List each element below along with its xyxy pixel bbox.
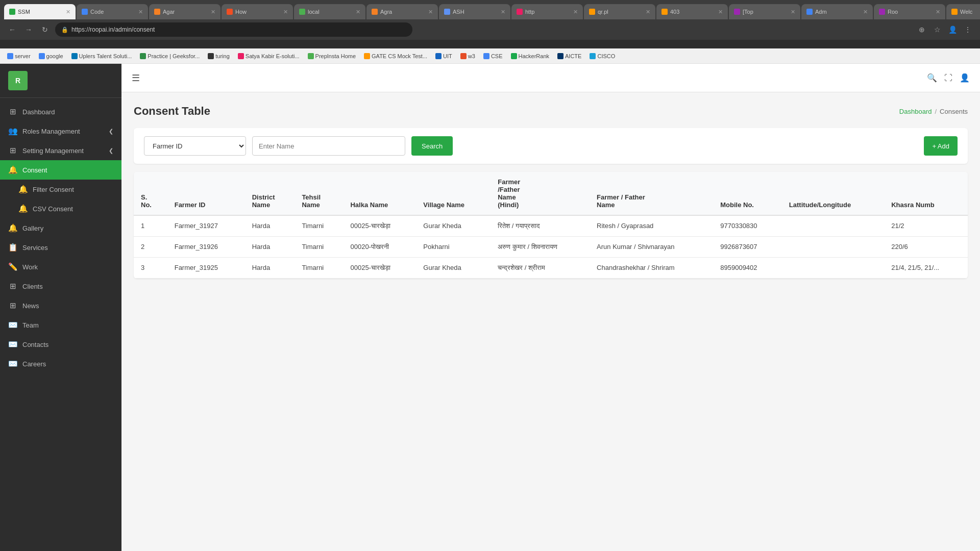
- address-bar[interactable]: 🔒 https://roopai.in/admin/consent: [55, 22, 412, 37]
- bookmark-satya[interactable]: Satya Kabir E-soluti...: [235, 52, 303, 60]
- bookmark-google[interactable]: google: [36, 52, 66, 60]
- bookmark-server[interactable]: server: [4, 52, 34, 60]
- bookmark-gate[interactable]: GATE CS Mock Test...: [361, 52, 430, 60]
- tab-close[interactable]: ✕: [138, 9, 143, 15]
- tab-close[interactable]: ✕: [791, 9, 795, 15]
- table-cell: 21/2: [884, 215, 968, 237]
- table-cell: 3: [134, 258, 167, 279]
- table-cell: 2: [134, 237, 167, 258]
- tab-close[interactable]: ✕: [936, 9, 940, 15]
- sidebar-item-careers[interactable]: ✉️ Careers: [0, 354, 121, 373]
- th-farmer-id: Farmer ID: [167, 172, 245, 215]
- sidebar-item-dashboard[interactable]: ⊞ Dashboard: [0, 102, 121, 121]
- reload-button[interactable]: ↻: [39, 23, 51, 36]
- tab-top[interactable]: [Top ✕: [729, 4, 800, 19]
- bookmark-turing[interactable]: turing: [205, 52, 233, 60]
- tab-adm[interactable]: Adm ✕: [801, 4, 873, 19]
- sidebar-item-clients[interactable]: ⊞ Clients: [0, 277, 121, 296]
- sidebar-item-settings[interactable]: ⊞ Setting Management ❮: [0, 141, 121, 160]
- sidebar-item-label: News: [22, 302, 39, 310]
- table-cell: Ritesh / Gyaprasad: [590, 215, 713, 237]
- tab-favicon: [444, 9, 450, 15]
- tab-close[interactable]: ✕: [573, 9, 578, 15]
- menu-button[interactable]: ⋮: [962, 23, 974, 36]
- table-container: S.No. Farmer ID DistrictName TehsilName …: [134, 172, 968, 279]
- tab-close[interactable]: ✕: [66, 9, 70, 15]
- tab-close[interactable]: ✕: [863, 9, 868, 15]
- sidebar-item-roles[interactable]: 👥 Roles Management ❮: [0, 121, 121, 141]
- tab-403[interactable]: 403 ✕: [656, 4, 728, 19]
- sidebar-item-csv-consent[interactable]: 🔔 CSV Consent: [0, 199, 121, 218]
- breadcrumb-current: Consents: [940, 108, 968, 115]
- bookmark-icon: [511, 53, 517, 59]
- tab-code[interactable]: Code ✕: [77, 4, 148, 19]
- tab-welc[interactable]: Welc ✕: [946, 4, 980, 19]
- breadcrumb-dashboard-link[interactable]: Dashboard: [899, 108, 932, 115]
- sidebar-item-gallery[interactable]: 🔔 Gallery: [0, 218, 121, 238]
- back-button[interactable]: ←: [6, 23, 18, 36]
- tab-agra[interactable]: Agra ✕: [366, 4, 438, 19]
- tab-http[interactable]: http ✕: [511, 4, 583, 19]
- search-icon[interactable]: 🔍: [927, 73, 937, 83]
- tab-favicon: [734, 9, 740, 15]
- tab-how[interactable]: How ✕: [222, 4, 293, 19]
- bookmark-cse[interactable]: CSE: [480, 52, 506, 60]
- table-cell: Chandrashekhar / Shriram: [590, 258, 713, 279]
- tab-close[interactable]: ✕: [356, 9, 360, 15]
- sidebar-item-services[interactable]: 📋 Services: [0, 238, 121, 257]
- browser-chrome: SSM ✕ Code ✕ Agar ✕ How ✕ local ✕ Agra ✕: [0, 0, 980, 48]
- csv-consent-icon: 🔔: [18, 204, 28, 213]
- table-cell: Farmer_31926: [167, 237, 245, 258]
- hamburger-button[interactable]: ☰: [132, 72, 140, 84]
- add-button[interactable]: + Add: [924, 136, 958, 156]
- tab-close[interactable]: ✕: [428, 9, 433, 15]
- tab-roo[interactable]: Roo ✕: [874, 4, 945, 19]
- tab-qr[interactable]: qr.pl ✕: [584, 4, 655, 19]
- table-header-row: S.No. Farmer ID DistrictName TehsilName …: [134, 172, 968, 215]
- tab-close[interactable]: ✕: [211, 9, 215, 15]
- browser-controls: ← → ↻ 🔒 https://roopai.in/admin/consent …: [0, 19, 980, 40]
- bookmark-aicte[interactable]: AICTE: [554, 52, 584, 60]
- tab-agar[interactable]: Agar ✕: [149, 4, 220, 19]
- fullscreen-icon[interactable]: ⛶: [944, 73, 952, 83]
- tab-ash[interactable]: ASH ✕: [439, 4, 510, 19]
- tab-ssm[interactable]: SSM ✕: [4, 4, 76, 19]
- tab-close[interactable]: ✕: [718, 9, 723, 15]
- bookmark-geeks[interactable]: Practice | Geeksfor...: [137, 52, 203, 60]
- bookmark-uplers[interactable]: Uplers Talent Soluti...: [68, 52, 135, 60]
- tab-close[interactable]: ✕: [283, 9, 288, 15]
- sidebar-item-filter-consent[interactable]: 🔔 Filter Consent: [0, 180, 121, 199]
- extensions-button[interactable]: ⊕: [916, 23, 928, 36]
- search-button[interactable]: Search: [411, 136, 453, 156]
- sidebar-item-team[interactable]: ✉️ Team: [0, 315, 121, 335]
- team-icon: ✉️: [8, 320, 17, 330]
- forward-button[interactable]: →: [22, 23, 35, 36]
- bookmark-prepinsta[interactable]: PrepInsta Home: [305, 52, 359, 60]
- filter-input[interactable]: [252, 136, 405, 156]
- tab-local[interactable]: local ✕: [294, 4, 365, 19]
- sidebar-item-contacts[interactable]: ✉️ Contacts: [0, 335, 121, 354]
- tab-label: Agra: [380, 9, 392, 15]
- bookmark-w3[interactable]: w3: [457, 52, 478, 60]
- tab-close[interactable]: ✕: [501, 9, 505, 15]
- dashboard-icon: ⊞: [8, 107, 17, 116]
- filter-select[interactable]: Farmer ID District Name Tehsil Name Vill…: [144, 136, 246, 156]
- sidebar-item-work[interactable]: ✏️ Work: [0, 257, 121, 277]
- profile-button[interactable]: 👤: [946, 23, 959, 36]
- tab-close[interactable]: ✕: [646, 9, 650, 15]
- sidebar-item-news[interactable]: ⊞ News: [0, 296, 121, 315]
- bookmark-cisco[interactable]: CISCO: [586, 52, 618, 60]
- table-cell: Harda: [245, 237, 295, 258]
- sidebar-item-consent[interactable]: 🔔 Consent: [0, 160, 121, 180]
- tab-label: Roo: [888, 9, 898, 15]
- top-bar: ☰ 🔍 ⛶ 👤: [121, 64, 980, 92]
- tab-favicon: [806, 9, 813, 15]
- bookmark-uit[interactable]: UIT: [432, 52, 455, 60]
- bookmark-hackerrank[interactable]: HackerRank: [508, 52, 553, 60]
- table-cell: 00025-चारखेड़ा: [343, 258, 416, 279]
- bookmark-button[interactable]: ☆: [931, 23, 943, 36]
- user-icon[interactable]: 👤: [960, 73, 970, 83]
- tab-label: http: [525, 9, 534, 15]
- bookmark-label: w3: [468, 53, 475, 59]
- table-cell: Harda: [245, 258, 295, 279]
